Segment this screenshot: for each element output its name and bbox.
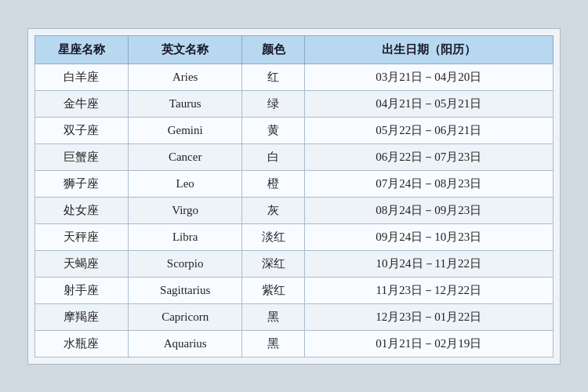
cell-chinese: 射手座 xyxy=(35,277,129,303)
zodiac-table-container: 星座名称 英文名称 颜色 出生日期（阳历） 白羊座Aries红03月21日－04… xyxy=(27,28,561,365)
cell-chinese: 天秤座 xyxy=(35,223,129,250)
cell-chinese: 天蝎座 xyxy=(35,250,129,277)
cell-chinese: 白羊座 xyxy=(35,64,129,90)
cell-chinese: 狮子座 xyxy=(35,170,129,197)
cell-chinese: 金牛座 xyxy=(35,90,129,117)
cell-chinese: 处女座 xyxy=(35,197,129,223)
cell-chinese: 巨蟹座 xyxy=(35,143,129,170)
cell-chinese: 水瓶座 xyxy=(35,330,129,357)
zodiac-table: 星座名称 英文名称 颜色 出生日期（阳历） 白羊座Aries红03月21日－04… xyxy=(34,35,554,358)
cell-english: Taurus xyxy=(128,90,241,117)
table-row: 巨蟹座Cancer白06月22日－07月23日 xyxy=(35,143,554,170)
cell-color: 黑 xyxy=(242,303,304,330)
cell-date: 12月23日－01月22日 xyxy=(304,303,553,330)
table-body: 白羊座Aries红03月21日－04月20日金牛座Taurus绿04月21日－0… xyxy=(35,64,554,357)
table-row: 白羊座Aries红03月21日－04月20日 xyxy=(35,64,554,90)
cell-english: Libra xyxy=(128,223,241,250)
cell-color: 灰 xyxy=(242,197,304,223)
table-header-row: 星座名称 英文名称 颜色 出生日期（阳历） xyxy=(35,35,554,64)
table-row: 狮子座Leo橙07月24日－08月23日 xyxy=(35,170,554,197)
cell-english: Aries xyxy=(128,64,241,90)
cell-color: 红 xyxy=(242,64,304,90)
table-row: 金牛座Taurus绿04月21日－05月21日 xyxy=(35,90,554,117)
table-row: 双子座Gemini黄05月22日－06月21日 xyxy=(35,117,554,143)
cell-date: 03月21日－04月20日 xyxy=(304,64,553,90)
cell-color: 黑 xyxy=(242,330,304,357)
cell-english: Leo xyxy=(128,170,241,197)
table-row: 天蝎座Scorpio深红10月24日－11月22日 xyxy=(35,250,554,277)
header-english: 英文名称 xyxy=(128,35,241,64)
cell-color: 白 xyxy=(242,143,304,170)
cell-date: 07月24日－08月23日 xyxy=(304,170,553,197)
header-date: 出生日期（阳历） xyxy=(304,35,553,64)
cell-date: 06月22日－07月23日 xyxy=(304,143,553,170)
table-row: 水瓶座Aquarius黑01月21日－02月19日 xyxy=(35,330,554,357)
cell-date: 09月24日－10月23日 xyxy=(304,223,553,250)
cell-date: 08月24日－09月23日 xyxy=(304,197,553,223)
cell-chinese: 双子座 xyxy=(35,117,129,143)
cell-date: 10月24日－11月22日 xyxy=(304,250,553,277)
table-row: 摩羯座Capricorn黑12月23日－01月22日 xyxy=(35,303,554,330)
header-chinese: 星座名称 xyxy=(35,35,129,64)
cell-color: 绿 xyxy=(242,90,304,117)
header-color: 颜色 xyxy=(242,35,304,64)
cell-english: Gemini xyxy=(128,117,241,143)
cell-chinese: 摩羯座 xyxy=(35,303,129,330)
cell-date: 11月23日－12月22日 xyxy=(304,277,553,303)
cell-english: Aquarius xyxy=(128,330,241,357)
cell-date: 01月21日－02月19日 xyxy=(304,330,553,357)
cell-date: 04月21日－05月21日 xyxy=(304,90,553,117)
cell-english: Sagittarius xyxy=(128,277,241,303)
cell-english: Scorpio xyxy=(128,250,241,277)
cell-color: 深红 xyxy=(242,250,304,277)
cell-english: Capricorn xyxy=(128,303,241,330)
table-row: 天秤座Libra淡红09月24日－10月23日 xyxy=(35,223,554,250)
cell-english: Virgo xyxy=(128,197,241,223)
cell-english: Cancer xyxy=(128,143,241,170)
cell-color: 紫红 xyxy=(242,277,304,303)
cell-color: 黄 xyxy=(242,117,304,143)
table-row: 处女座Virgo灰08月24日－09月23日 xyxy=(35,197,554,223)
cell-color: 橙 xyxy=(242,170,304,197)
cell-date: 05月22日－06月21日 xyxy=(304,117,553,143)
cell-color: 淡红 xyxy=(242,223,304,250)
table-row: 射手座Sagittarius紫红11月23日－12月22日 xyxy=(35,277,554,303)
